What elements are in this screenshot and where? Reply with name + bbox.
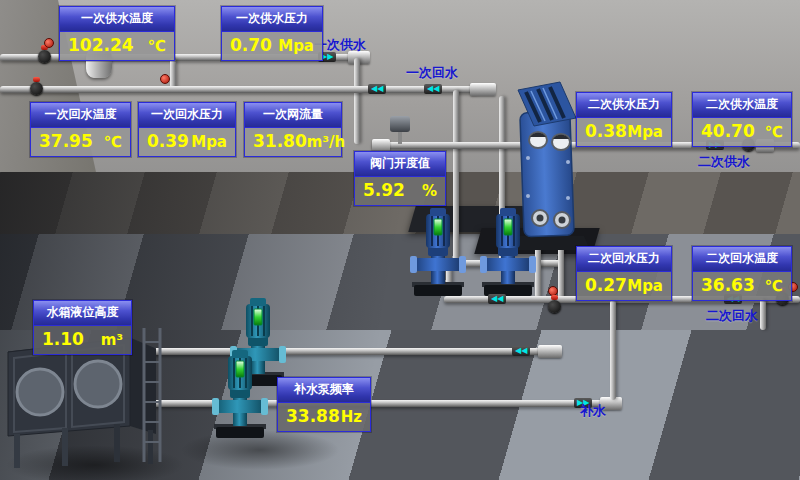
metric-primary-supply-temp[interactable]: 一次供水温度 102.24℃ — [59, 6, 175, 61]
pipe-stub — [760, 298, 766, 330]
metric-value: 31.80 — [253, 131, 307, 151]
metric-value: 0.38 — [585, 121, 627, 141]
metric-value: 36.63 — [701, 275, 755, 295]
metric-value: 0.27 — [585, 275, 627, 295]
metric-unit: Mpa — [278, 36, 314, 56]
metric-label: 水箱液位高度 — [34, 301, 131, 326]
valve-icon[interactable] — [38, 50, 51, 63]
metric-label: 补水泵频率 — [278, 378, 370, 403]
metric-unit: m³/h — [307, 132, 345, 152]
flow-arrow-icon: ◀◀ — [512, 346, 530, 356]
metric-primary-supply-pressure[interactable]: 一次供水压力 0.70Mpa — [221, 6, 323, 61]
pipe-end-cap — [538, 345, 562, 358]
metric-unit: ℃ — [765, 122, 783, 142]
pressure-gauge-icon — [44, 38, 54, 48]
metric-tank-level[interactable]: 水箱液位高度 1.10m³ — [33, 300, 132, 355]
pipe-label-makeup-water: 补水 — [580, 402, 606, 420]
control-valve-icon[interactable] — [390, 116, 410, 132]
pressure-gauge-icon — [160, 74, 170, 84]
metric-primary-flow[interactable]: 一次网流量 31.80m³/h — [244, 102, 342, 157]
metric-unit: ℃ — [765, 276, 783, 296]
metric-secondary-supply-pressure[interactable]: 二次供水压力 0.38Mpa — [576, 92, 672, 147]
metric-label: 二次供水温度 — [693, 93, 791, 118]
hmi-screen: ▶▶ ◀◀ ◀◀ ▶▶ ◀◀ ◀◀ ◀◀ ▶▶ — [0, 0, 800, 480]
flow-arrow-icon: ◀◀ — [424, 84, 442, 94]
pump-status-indicator — [434, 219, 442, 235]
makeup-pump-2[interactable] — [212, 350, 268, 438]
pump-status-indicator — [236, 361, 244, 377]
valve-icon[interactable] — [548, 300, 561, 313]
metric-unit: Mpa — [191, 132, 227, 152]
metric-valve-opening[interactable]: 阀门开度值 5.92% — [354, 151, 446, 206]
metric-label: 一次供水温度 — [60, 7, 174, 32]
pump-status-indicator — [504, 219, 512, 235]
metric-value: 37.95 — [39, 131, 93, 151]
metric-primary-return-pressure[interactable]: 一次回水压力 0.39Mpa — [138, 102, 236, 157]
valve-icon[interactable] — [30, 82, 43, 95]
metric-label: 二次供水压力 — [577, 93, 671, 118]
circulation-pump-2[interactable] — [480, 208, 536, 296]
metric-unit: Mpa — [627, 276, 663, 296]
metric-unit: Mpa — [627, 122, 663, 142]
flow-arrow-icon: ◀◀ — [488, 294, 506, 304]
metric-secondary-return-pressure[interactable]: 二次回水压力 0.27Mpa — [576, 246, 672, 301]
pipe-label-secondary-supply: 二次供水 — [698, 153, 750, 171]
metric-primary-return-temp[interactable]: 一次回水温度 37.95℃ — [30, 102, 131, 157]
metric-unit: ℃ — [148, 36, 166, 56]
metric-label: 二次回水压力 — [577, 247, 671, 272]
circulation-pump-1[interactable] — [410, 208, 466, 296]
metric-label: 一次供水压力 — [222, 7, 322, 32]
pipe-riser — [610, 300, 616, 400]
metric-value: 0.70 — [230, 35, 272, 55]
metric-label: 一次回水压力 — [139, 103, 235, 128]
metric-secondary-return-temp[interactable]: 二次回水温度 36.63℃ — [692, 246, 792, 301]
pump-status-indicator — [254, 309, 262, 325]
metric-unit: m³ — [101, 330, 123, 350]
pipe-end-cap — [470, 83, 496, 96]
pipe-riser — [354, 58, 360, 144]
metric-value: 5.92 — [363, 180, 405, 200]
pipe-primary-return — [0, 86, 478, 93]
metric-unit: Hz — [341, 407, 362, 427]
metric-secondary-supply-temp[interactable]: 二次供水温度 40.70℃ — [692, 92, 792, 147]
metric-value: 0.39 — [147, 131, 189, 151]
pipe-label-secondary-return: 二次回水 — [706, 307, 758, 325]
metric-label: 一次网流量 — [245, 103, 341, 128]
metric-unit: ℃ — [104, 132, 122, 152]
metric-value: 33.88 — [286, 406, 340, 426]
metric-label: 二次回水温度 — [693, 247, 791, 272]
metric-unit: % — [422, 181, 437, 201]
metric-label: 一次回水温度 — [31, 103, 130, 128]
metric-value: 102.24 — [68, 35, 134, 55]
metric-value: 1.10 — [42, 329, 84, 349]
metric-label: 阀门开度值 — [355, 152, 445, 177]
pipe-label-primary-return: 一次回水 — [406, 64, 458, 82]
metric-value: 40.70 — [701, 121, 755, 141]
metric-makeup-pump-frequency[interactable]: 补水泵频率 33.88Hz — [277, 377, 371, 432]
flow-arrow-icon: ◀◀ — [368, 84, 386, 94]
